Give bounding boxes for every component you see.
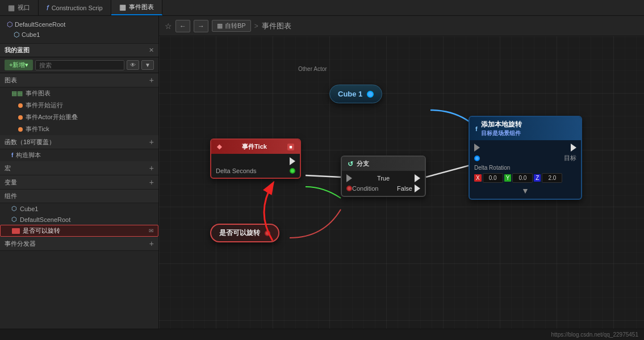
branch-node[interactable]: ↺ 分支 True Condition False: [341, 156, 426, 197]
section-macros[interactable]: 宏 +: [0, 161, 158, 175]
scene-root-item[interactable]: ⬡ DefaultSceneRoot: [5, 19, 154, 30]
is-rotatable-node[interactable]: 是否可以旋转: [210, 224, 279, 242]
event-begin-play-icon: [18, 103, 23, 108]
add-rotation-header: f 添加本地旋转 目标是场景组件: [470, 117, 581, 140]
event-begin-play-item[interactable]: 事件开始运行: [0, 99, 158, 111]
event-tick-body: Delta Seconds: [211, 154, 300, 178]
branch-icon: ↺: [348, 160, 353, 168]
bp-toolbar: +新增▾ 👁 ▼: [0, 57, 158, 73]
add-variable-button[interactable]: +: [149, 178, 154, 187]
is-rotatable-component-item[interactable]: 是否可以旋转 ✉: [0, 225, 158, 237]
branch-body: True Condition False: [342, 171, 425, 196]
x-label: X: [474, 174, 482, 182]
add-rot-target-row: 目标: [474, 154, 576, 162]
event-actor-overlap-item[interactable]: 事件Actor开始重叠: [0, 111, 158, 123]
event-overlap-icon: [18, 115, 23, 120]
section-graph[interactable]: 图表 +: [0, 73, 158, 87]
section-event-dispatchers[interactable]: 事件分发器 +: [0, 237, 158, 251]
branch-condition-row: Condition False: [346, 184, 420, 192]
y-field[interactable]: [512, 173, 533, 183]
add-rotation-node[interactable]: f 添加本地旋转 目标是场景组件 目标: [469, 116, 582, 200]
branch-exec-in[interactable]: [346, 174, 352, 182]
branch-condition-pin[interactable]: [346, 186, 352, 191]
component-default-scene-item[interactable]: ⬡ DefaultSceneRoot: [0, 214, 158, 225]
event-tick-node[interactable]: ◆ 事件Tick ■ Delta Seconds: [210, 138, 301, 179]
grid-button[interactable]: ▦ 自转BP: [212, 20, 251, 32]
blueprint-panel: 我的蓝图 ✕ +新增▾ 👁 ▼ 图表 + ▦▦ 事件图表: [0, 44, 158, 329]
other-actor-label: Other Actor: [298, 66, 327, 72]
scene-cube-item[interactable]: ⬡ Cube1: [5, 30, 154, 40]
y-label: Y: [504, 174, 512, 182]
event-graph-icon: ▦: [119, 3, 126, 11]
scene-outliner: ⬡ DefaultSceneRoot ⬡ Cube1: [0, 16, 158, 44]
blueprint-tree: 图表 + ▦▦ 事件图表 事件开始运行 事件Actor开始重叠 事件T: [0, 73, 158, 329]
cube1-comp-icon: ⬡: [11, 205, 17, 212]
cube-icon: ⬡: [14, 31, 19, 39]
main-layout: ⬡ DefaultSceneRoot ⬡ Cube1 我的蓝图 ✕ +新增▾ 👁…: [0, 16, 644, 329]
section-functions[interactable]: 函数（18可覆盖） +: [0, 135, 158, 149]
graph-toolbar: ☆ ← → ▦ 自转BP > 事件图表: [159, 16, 644, 36]
left-panel: ⬡ DefaultSceneRoot ⬡ Cube1 我的蓝图 ✕ +新增▾ 👁…: [0, 16, 159, 329]
exec-out-pin[interactable]: [290, 157, 295, 165]
tab-bar: ▦ 视口 f Construction Scrip ▦ 事件图表: [0, 0, 644, 16]
event-tick-item[interactable]: 事件Tick: [0, 123, 158, 135]
event-tick-close[interactable]: ■: [287, 144, 294, 150]
expand-arrow: ▼: [474, 186, 576, 195]
envelope-icon: ✉: [149, 228, 153, 234]
component-cube1-item[interactable]: ⬡ Cube1: [0, 203, 158, 214]
exec-out-row: [216, 157, 295, 165]
tab-construction[interactable]: f Construction Scrip: [39, 0, 111, 15]
add-rot-delta-row: Delta Rotation: [474, 165, 576, 171]
add-rot-exec-in[interactable]: [474, 144, 480, 152]
bp-close-icon[interactable]: ✕: [149, 47, 154, 54]
add-function-button[interactable]: +: [149, 137, 154, 146]
branch-true-out[interactable]: [415, 174, 420, 182]
add-rot-exec-out[interactable]: [571, 144, 576, 152]
event-tick-header: ◆ 事件Tick ■: [211, 140, 300, 154]
add-rot-exec-row: [474, 144, 576, 152]
delta-seconds-row: Delta Seconds: [216, 167, 295, 174]
construction-icon: f: [47, 3, 49, 12]
filter-button[interactable]: ▼: [141, 60, 154, 70]
add-dispatcher-button[interactable]: +: [149, 239, 154, 248]
add-new-button[interactable]: +新增▾: [5, 60, 33, 70]
status-bar: https://blog.csdn.net/qq_22975451: [0, 329, 644, 340]
event-tick-icon: [18, 127, 23, 132]
search-input[interactable]: [35, 60, 124, 70]
add-rot-target-pin[interactable]: [474, 156, 480, 161]
cube1-out-pin[interactable]: [367, 91, 374, 98]
cube1-node[interactable]: Cube 1: [329, 85, 382, 103]
graph-canvas[interactable]: Other Actor Cube 1: [159, 36, 644, 329]
breadcrumb-sep: >: [254, 22, 258, 30]
graph-area: ☆ ← → ▦ 自转BP > 事件图表 Other Actor: [159, 16, 644, 329]
tab-event-graph[interactable]: ▦ 事件图表: [111, 0, 162, 15]
forward-button[interactable]: →: [194, 20, 208, 32]
z-field[interactable]: [542, 173, 562, 183]
section-components[interactable]: 组件: [0, 190, 158, 203]
event-graph-list-icon: ▦▦: [11, 90, 23, 97]
z-label: Z: [534, 174, 541, 182]
default-scene-icon: ⬡: [11, 216, 17, 223]
delta-seconds-pin[interactable]: [290, 168, 295, 174]
tab-viewport[interactable]: ▦ 视口: [0, 0, 39, 15]
construct-script-item[interactable]: f 构造脚本: [0, 149, 158, 161]
add-graph-button[interactable]: +: [149, 75, 154, 85]
bp-header: 我的蓝图 ✕: [0, 44, 158, 57]
grid-icon: ▦: [217, 22, 223, 30]
branch-exec-row: True: [346, 174, 420, 182]
branch-header: ↺ 分支: [342, 157, 425, 171]
eye-button[interactable]: 👁: [127, 60, 139, 70]
bookmark-button[interactable]: ☆: [165, 22, 172, 31]
fn-icon: f: [11, 152, 13, 158]
x-field[interactable]: [483, 173, 503, 183]
var-red-box: [12, 228, 20, 234]
add-macro-button[interactable]: +: [149, 163, 154, 173]
section-variables[interactable]: 变量 +: [0, 175, 158, 190]
event-tick-diamond: ◆: [217, 143, 221, 150]
is-rotatable-out-pin[interactable]: [265, 230, 270, 236]
viewport-icon: ▦: [8, 3, 15, 12]
event-graph-item[interactable]: ▦▦ 事件图表: [0, 87, 158, 99]
back-button[interactable]: ←: [175, 20, 190, 32]
xyz-row: X Y Z: [474, 173, 576, 183]
branch-false-out[interactable]: [415, 184, 420, 192]
